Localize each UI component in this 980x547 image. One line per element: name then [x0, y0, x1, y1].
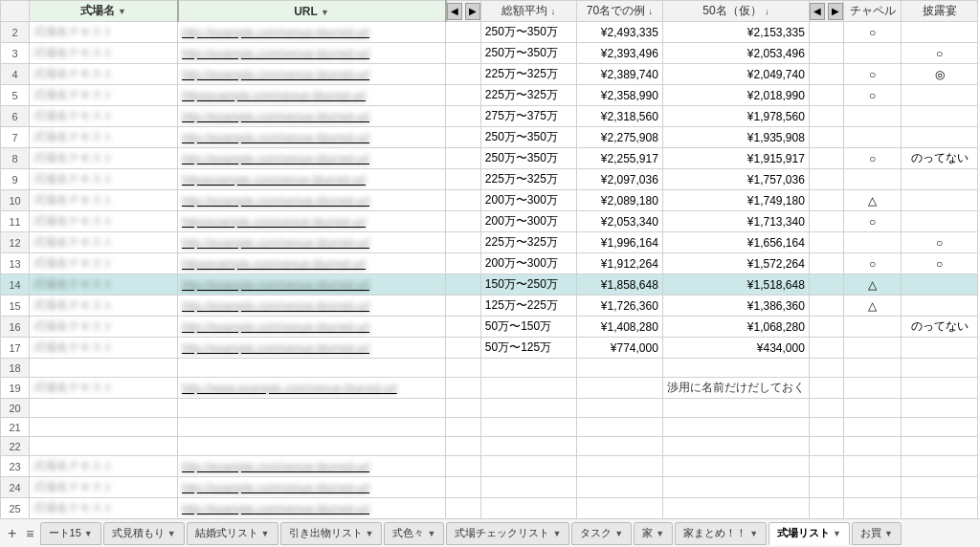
cell-venue-name[interactable]: 式場名テキスト [30, 85, 178, 106]
cell-venue-name[interactable]: 式場名テキスト [30, 317, 178, 338]
cell-url[interactable]: http://example.com/venue-blurred-url [178, 456, 446, 477]
sheet-tab-7[interactable]: 式場チェックリスト ▼ [446, 522, 569, 545]
cell-url[interactable]: http://example.com/venue-blurred-url [178, 477, 446, 498]
cell-url[interactable] [178, 418, 446, 437]
cell-venue-name[interactable]: 式場名テキスト [30, 378, 178, 399]
cell-venue-name[interactable] [30, 437, 178, 456]
col-nav-spacer-2 [809, 274, 843, 295]
sheet-tab-11[interactable]: 式場リスト ▼ [768, 522, 850, 545]
cell-url[interactable]: http://example.com/venue-blurred-url [178, 338, 446, 359]
add-sheet-button[interactable]: + [4, 525, 20, 542]
table-row: 4式場名テキストhttp://example.com/venue-blurred… [1, 64, 978, 85]
col-nav-spacer-2 [809, 378, 843, 399]
cell-banquet: のってない [902, 148, 978, 169]
sheet-tab-5[interactable]: 引き出物リスト ▼ [280, 522, 383, 545]
cell-70-guests [576, 477, 662, 498]
col-header-b[interactable]: URL ▼ [178, 1, 446, 22]
sheet-tab-6[interactable]: 式色々 ▼ [384, 522, 444, 545]
cell-url[interactable]: http://example.com/venue-blurred-url [178, 43, 446, 64]
cell-url[interactable]: http://example.com/venue-blurred-url [178, 295, 446, 317]
cell-url[interactable]: http://example.com/venue-blurred-url [178, 127, 446, 148]
cell-url[interactable] [178, 359, 446, 378]
cell-venue-name[interactable]: 式場名テキスト [30, 232, 178, 253]
col-header-f[interactable]: 50名（仮） ↓ [662, 1, 809, 22]
sheet-menu-button[interactable]: ≡ [20, 526, 39, 541]
sheet-tab-12[interactable]: お買 ▼ [852, 522, 902, 545]
cell-50-guests [662, 399, 809, 418]
cell-total-avg: 125万〜225万 [480, 295, 576, 317]
cell-venue-name[interactable]: 式場名テキスト [30, 106, 178, 127]
cell-venue-name[interactable]: 式場名テキスト [30, 169, 178, 190]
sheet-tab-10[interactable]: 家まとめ！！ ▼ [675, 522, 767, 545]
cell-50-guests: ¥1,068,280 [662, 317, 809, 338]
cell-venue-name[interactable]: 式場名テキスト [30, 498, 178, 519]
cell-venue-name[interactable] [30, 359, 178, 378]
filter-icon-a[interactable]: ▼ [118, 7, 126, 16]
col-nav-spacer [446, 43, 481, 64]
col-header-i[interactable]: 披露宴 [902, 1, 978, 22]
cell-url[interactable]: http://example.com/venue-blurred-url [178, 274, 446, 295]
cell-venue-name[interactable]: 式場名テキスト [30, 456, 178, 477]
cell-venue-name[interactable] [30, 399, 178, 418]
cell-url[interactable]: http://example.com/venue-blurred-url [178, 317, 446, 338]
col-nav-right[interactable]: ▶ [465, 3, 480, 20]
cell-url[interactable]: http://example.com/venue-blurred-url [178, 148, 446, 169]
table-row: 6式場名テキストhttp://example.com/venue-blurred… [1, 106, 978, 127]
cell-50-guests: ¥1,572,264 [662, 253, 809, 274]
grid-wrapper[interactable]: 式場名 ▼ URL ▼ ◀ ▶ 総額平均 ↓ [0, 0, 980, 518]
cell-70-guests: ¥2,255,917 [576, 148, 662, 169]
cell-venue-name[interactable]: 式場名テキスト [30, 477, 178, 498]
filter-icon-b[interactable]: ▼ [321, 8, 329, 17]
table-row: 7式場名テキストhttp://example.com/venue-blurred… [1, 127, 978, 148]
cell-url[interactable]: http://example.com/venue-blurred-url [178, 64, 446, 85]
cell-url[interactable]: httpsexample.com/venue-blurred-url [178, 253, 446, 274]
cell-venue-name[interactable]: 式場名テキスト [30, 148, 178, 169]
sheet-tab-8[interactable]: タスク ▼ [571, 522, 632, 545]
cell-venue-name[interactable]: 式場名テキスト [30, 211, 178, 232]
sheet-tab-2[interactable]: ート15 ▼ [40, 522, 101, 545]
cell-banquet [902, 418, 978, 437]
cell-venue-name[interactable]: 式場名テキスト [30, 338, 178, 359]
cell-url[interactable] [178, 437, 446, 456]
cell-venue-name[interactable]: 式場名テキスト [30, 64, 178, 85]
cell-venue-name[interactable]: 式場名テキスト [30, 253, 178, 274]
cell-banquet [902, 338, 978, 359]
col-header-e[interactable]: 70名での例 ↓ [576, 1, 662, 22]
cell-venue-name[interactable]: 式場名テキスト [30, 22, 178, 43]
cell-venue-name[interactable] [30, 418, 178, 437]
col-header-h[interactable]: チャペル [844, 1, 902, 22]
cell-url[interactable]: http://www.example.com/venue-blurred-url [178, 378, 446, 399]
sheet-tab-4[interactable]: 結婚式リスト ▼ [187, 522, 278, 545]
cell-venue-name[interactable]: 式場名テキスト [30, 43, 178, 64]
col-nav-left-2[interactable]: ◀ [810, 3, 825, 20]
cell-50-guests: ¥1,915,917 [662, 148, 809, 169]
col-nav-spacer [446, 211, 481, 232]
cell-banquet [902, 477, 978, 498]
cell-url[interactable]: http://example.com/venue-blurred-url [178, 106, 446, 127]
cell-url[interactable]: http://example.com/venue-blurred-url [178, 498, 446, 519]
cell-50-guests: ¥2,053,496 [662, 43, 809, 64]
cell-venue-name[interactable]: 式場名テキスト [30, 127, 178, 148]
cell-50-guests: ¥1,757,036 [662, 169, 809, 190]
sheet-tab-9[interactable]: 家 ▼ [634, 522, 673, 545]
cell-url[interactable]: http://example.com/venue-blurred-url [178, 190, 446, 211]
col-header-a[interactable]: 式場名 ▼ [30, 1, 178, 22]
col-nav-spacer [446, 190, 481, 211]
cell-total-avg: 225万〜325万 [480, 85, 576, 106]
cell-url[interactable]: httpsexample.com/venue-blurred-url [178, 169, 446, 190]
col-header-d[interactable]: 総額平均 ↓ [480, 1, 576, 22]
cell-url[interactable]: http://example.com/venue-blurred-url [178, 22, 446, 43]
tab-arrow-icon: ▼ [366, 529, 374, 538]
cell-url[interactable]: httpsexample.com/venue-blurred-url [178, 85, 446, 106]
sheet-tab-3[interactable]: 式見積もり ▼ [103, 522, 185, 545]
col-nav-right-2[interactable]: ▶ [828, 3, 843, 20]
cell-venue-name[interactable]: 式場名テキスト [30, 274, 178, 295]
col-nav-spacer [446, 498, 481, 519]
cell-url[interactable] [178, 399, 446, 418]
col-nav-left[interactable]: ◀ [447, 3, 462, 20]
cell-venue-name[interactable]: 式場名テキスト [30, 190, 178, 211]
cell-url[interactable]: http://example.com/venue-blurred-url [178, 232, 446, 253]
cell-url[interactable]: httpsexample.com/venue-blurred-url [178, 211, 446, 232]
col-nav-spacer [446, 169, 481, 190]
cell-venue-name[interactable]: 式場名テキスト [30, 295, 178, 317]
